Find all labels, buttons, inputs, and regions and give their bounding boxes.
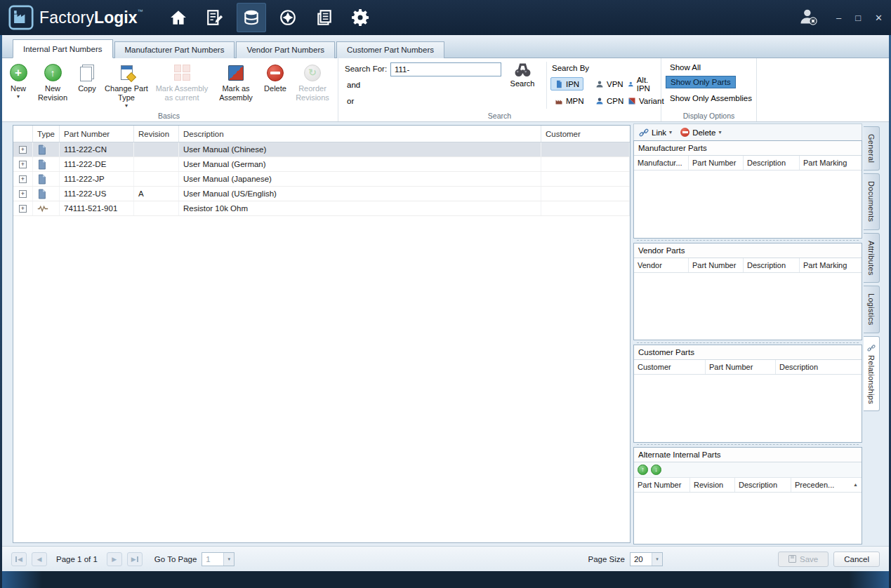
table-row[interactable]: + 111-222-US A User Manual (US/English) [13, 187, 630, 201]
chevron-down-icon[interactable]: ▾ [652, 553, 662, 566]
col-header-revision[interactable]: Revision [690, 478, 735, 492]
col-header-part-number[interactable]: Part Number [60, 126, 134, 142]
customer-parts-section: Customer Parts Customer Part Number Desc… [633, 345, 862, 443]
expand-row-button[interactable]: + [19, 205, 27, 213]
save-button[interactable]: Save [778, 552, 829, 567]
close-button[interactable]: ✕ [875, 13, 883, 22]
table-row[interactable]: + 111-222-CN User Manual (Chinese) [13, 142, 630, 157]
group-label-basics: Basics [0, 112, 338, 120]
show-only-assemblies-option[interactable]: Show Only Assemblies [666, 93, 756, 104]
cancel-button[interactable]: Cancel [833, 552, 880, 567]
tab-internal-part-numbers[interactable]: Internal Part Numbers [13, 39, 113, 58]
first-page-icon: ◀ [18, 556, 22, 563]
col-header-description[interactable]: Description [744, 258, 800, 272]
document-type-icon [37, 145, 46, 155]
page-size-select[interactable]: 20 ▾ [630, 552, 663, 566]
new-button[interactable]: + New ▾ [6, 62, 31, 98]
nav-settings-button[interactable] [346, 3, 376, 32]
tab-documents[interactable]: Documents [864, 173, 880, 229]
alternate-parts-list[interactable] [634, 493, 862, 544]
app-logo-icon [8, 5, 34, 30]
search-button[interactable]: Search [506, 62, 539, 88]
filter-cpn[interactable]: CPN [591, 94, 628, 107]
nav-documents-button[interactable] [310, 3, 339, 32]
tab-manufacturer-part-numbers[interactable]: Manufacturer Part Numbers [114, 41, 235, 58]
maximize-button[interactable]: □ [855, 13, 861, 22]
goto-page-value: 1 [202, 555, 223, 563]
col-header-customer[interactable]: Customer [634, 360, 706, 374]
expand-row-button[interactable]: + [19, 175, 27, 183]
tab-attributes[interactable]: Attributes [864, 233, 880, 283]
unlink-delete-button[interactable]: Delete ▾ [680, 128, 721, 137]
change-part-type-button[interactable]: Change Part Type ▾ [103, 62, 150, 107]
show-all-option[interactable]: Show All [666, 62, 705, 73]
col-header-description[interactable]: Description [179, 126, 541, 142]
vendor-parts-list[interactable] [634, 273, 862, 340]
previous-page-button[interactable]: ◀ [32, 552, 47, 566]
filter-ipn[interactable]: IPN [550, 77, 583, 91]
tab-vendor-part-numbers[interactable]: Vendor Part Numbers [236, 41, 335, 58]
col-header-part-number[interactable]: Part Number [689, 156, 744, 170]
new-revision-button[interactable]: ↑ New Revision [34, 62, 71, 102]
col-header-type[interactable]: Type [33, 126, 60, 142]
col-header-revision[interactable]: Revision [134, 126, 179, 142]
chevron-down-icon[interactable]: ▾ [223, 553, 234, 566]
mark-as-assembly-button[interactable]: Mark as Assembly [214, 62, 258, 102]
table-row[interactable]: + 74111-521-901 Resistor 10k Ohm [13, 201, 630, 216]
col-header-part-number[interactable]: Part Number [689, 258, 744, 272]
cell-part-number: 111-222-JP [60, 172, 134, 186]
tab-general[interactable]: General [864, 126, 880, 171]
col-header-part-marking[interactable]: Part Marking [800, 258, 862, 272]
delete-icon [267, 65, 284, 81]
move-up-button[interactable]: ↑ [638, 465, 648, 475]
expand-row-button[interactable]: + [19, 190, 27, 198]
manufacturer-parts-list[interactable] [634, 171, 862, 238]
tab-relationships[interactable]: Relationships [864, 336, 880, 412]
show-only-parts-option[interactable]: Show Only Parts [666, 76, 736, 88]
nav-forms-button[interactable] [200, 3, 230, 32]
filter-vpn[interactable]: VPN [591, 77, 628, 91]
col-header-vendor[interactable]: Vendor [634, 258, 689, 272]
table-row[interactable]: + 111-222-DE User Manual (German) [13, 157, 630, 172]
reorder-revisions-button[interactable]: ↻ Reorder Revisions [293, 62, 332, 102]
nav-part-database-button[interactable] [237, 3, 266, 32]
part-number-tabs: Internal Part Numbers Manufacturer Part … [0, 35, 891, 58]
minimize-button[interactable]: – [836, 13, 841, 22]
user-icon [798, 6, 818, 26]
nav-dispatch-button[interactable] [273, 3, 303, 32]
search-input[interactable] [390, 62, 501, 76]
user-account-button[interactable] [798, 6, 818, 29]
table-row[interactable]: + 111-222-JP User Manual (Japanese) [13, 172, 630, 187]
mark-assembly-as-current-button[interactable]: Mark Assembly as current [153, 62, 211, 102]
first-page-button[interactable]: ◀ [11, 552, 27, 566]
filter-alt-ipn[interactable]: Alt. IPN [623, 77, 661, 91]
col-header-description[interactable]: Description [744, 156, 800, 170]
col-header-part-marking[interactable]: Part Marking [800, 156, 862, 170]
move-down-button[interactable]: ↓ [651, 465, 661, 475]
cell-revision: A [134, 187, 179, 201]
col-header-manufacturer[interactable]: Manufactur... [634, 156, 689, 170]
database-icon [242, 8, 260, 27]
customer-parts-list[interactable] [634, 375, 862, 442]
col-header-description[interactable]: Description [776, 360, 862, 374]
col-header-part-number[interactable]: Part Number [634, 478, 690, 492]
copy-button[interactable]: Copy [74, 62, 100, 93]
alt-ipn-icon [628, 80, 634, 88]
tab-customer-part-numbers[interactable]: Customer Part Numbers [336, 41, 444, 58]
col-header-description[interactable]: Description [735, 478, 791, 492]
last-page-button[interactable]: ▶ [127, 552, 143, 566]
filter-mpn[interactable]: MPN [550, 94, 588, 107]
col-header-part-number[interactable]: Part Number [706, 360, 776, 374]
col-header-precedence[interactable]: Preceden... ▲ [791, 478, 862, 492]
goto-page-input[interactable]: 1 ▾ [202, 552, 235, 566]
expand-row-button[interactable]: + [19, 146, 27, 154]
col-header-customer[interactable]: Customer [541, 126, 630, 142]
cell-customer [541, 142, 630, 156]
nav-home-button[interactable] [164, 3, 193, 32]
next-page-button[interactable]: ▶ [107, 552, 122, 566]
delete-button[interactable]: Delete [261, 62, 289, 93]
side-tab-label: Relationships [867, 355, 876, 404]
tab-logistics[interactable]: Logistics [864, 286, 880, 333]
link-button[interactable]: Link ▾ [639, 128, 672, 138]
expand-row-button[interactable]: + [19, 161, 27, 168]
